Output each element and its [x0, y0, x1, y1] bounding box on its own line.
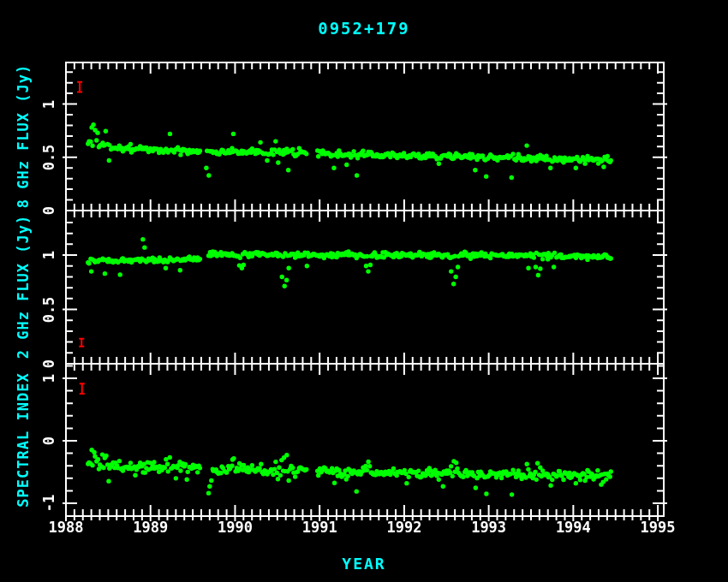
light-curve-figure: 0952+179 YEAR 8 GHz FLUX (Jy) 2 GHz FLUX…: [0, 0, 728, 582]
y-axis-label-2ghz: 2 GHz FLUX (Jy): [15, 215, 32, 359]
chart-title: 0952+179: [0, 19, 728, 38]
x-tick-label: 1989: [133, 519, 168, 536]
y-tick-label: -1: [40, 495, 57, 512]
x-tick-label: 1995: [641, 519, 676, 536]
y-tick-label: 0.5: [40, 296, 57, 323]
y-tick-label: 1: [40, 251, 57, 259]
y-tick-label: 0: [40, 436, 57, 445]
y-axis-label-spectral-index: SPECTRAL INDEX: [15, 372, 32, 507]
x-tick-label: 1988: [49, 519, 84, 536]
y-tick-label: 0.5: [40, 144, 57, 170]
x-tick-label: 1991: [302, 519, 337, 536]
y-tick-label: 0: [40, 206, 57, 215]
y-tick-label: 1: [40, 99, 57, 108]
y-tick-label: 1: [40, 374, 57, 383]
y-axis-label-8ghz: 8 GHz FLUX (Jy): [15, 64, 32, 209]
x-tick-label: 1994: [556, 519, 591, 536]
x-axis-label: YEAR: [0, 555, 728, 573]
x-tick-label: 1990: [218, 519, 253, 536]
x-tick-label: 1993: [471, 519, 506, 536]
y-tick-label: 0: [40, 359, 57, 368]
x-tick-label: 1992: [386, 519, 421, 536]
light-curve-plot-canvas: [0, 0, 728, 582]
